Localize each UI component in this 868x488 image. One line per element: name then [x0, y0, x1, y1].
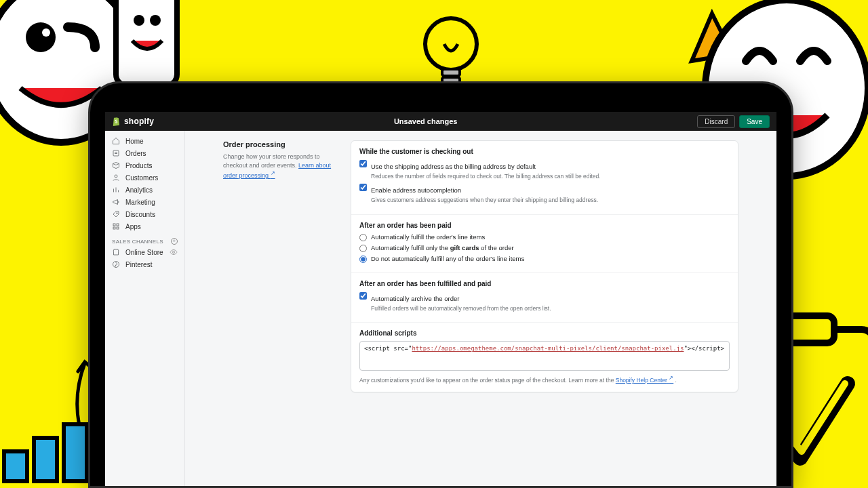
paid-label-giftcards: Automatically fulfill only the gift card… [371, 244, 514, 251]
after-fulfilled-title: After an order has been fulfilled and pa… [359, 280, 730, 287]
topbar: shopify Unsaved changes Discard Save [105, 112, 776, 131]
checkout-section-title: While the customer is checking out [359, 148, 730, 155]
section-intro: Order processing Change how your store r… [223, 140, 338, 392]
archive-checkbox[interactable] [359, 292, 367, 300]
svg-rect-18 [113, 150, 119, 156]
nav-label: Home [125, 138, 144, 145]
paid-label-none: Do not automatically fulfill any of the … [371, 255, 524, 262]
svg-rect-23 [113, 227, 115, 229]
home-icon [112, 137, 120, 145]
archive-sub: Fulfilled orders will be automatically r… [371, 305, 551, 312]
pinterest-icon [112, 260, 120, 268]
svg-point-4 [134, 15, 144, 26]
discard-button[interactable]: Discard [697, 115, 735, 128]
after-paid-title: After an order has been paid [359, 222, 730, 229]
nav-label: Discounts [125, 211, 155, 218]
use-shipping-sub: Reduces the number of fields required to… [371, 173, 601, 180]
svg-point-26 [113, 262, 119, 268]
sidebar: Home Orders Products Customers Analytics… [105, 131, 185, 486]
svg-rect-13 [64, 424, 87, 481]
nav-orders[interactable]: Orders [105, 147, 184, 159]
main-content: Order processing Change how your store r… [185, 131, 776, 486]
svg-point-20 [117, 213, 118, 214]
svg-rect-11 [4, 451, 27, 481]
laptop-frame: shopify Unsaved changes Discard Save Hom… [88, 81, 793, 488]
paid-radio-none[interactable] [359, 256, 367, 263]
section-label-text: SALES CHANNELS [112, 239, 163, 245]
nav-label: Products [125, 162, 152, 169]
shopify-logo-icon [112, 117, 121, 126]
nav-products[interactable]: Products [105, 159, 184, 171]
nav-label: Orders [125, 150, 146, 157]
nav-customers[interactable]: Customers [105, 171, 184, 184]
brand-name: shopify [124, 117, 154, 126]
svg-point-2 [42, 28, 50, 37]
svg-point-19 [115, 175, 117, 178]
svg-point-25 [173, 251, 175, 253]
nav-label: Apps [125, 223, 141, 230]
svg-rect-8 [442, 69, 460, 76]
add-channel-icon[interactable]: + [171, 238, 178, 245]
order-processing-card: While the customer is checking out Use t… [351, 140, 738, 392]
nav-label: Online Store [125, 249, 163, 256]
nav-label: Marketing [125, 199, 155, 206]
save-button[interactable]: Save [739, 115, 770, 128]
help-center-link[interactable]: Shopify Help Center ↗ [616, 377, 673, 384]
laptop-notch [393, 83, 488, 94]
nav-apps[interactable]: Apps [105, 220, 184, 232]
scripts-helper: Any customizations you'd like to appear … [359, 375, 730, 384]
customers-icon [112, 174, 120, 182]
paid-label-auto-all: Automatically fulfill the order's line i… [371, 233, 485, 241]
additional-scripts-section: Additional scripts <script src="https://… [351, 323, 738, 391]
paid-radio-auto-all[interactable] [359, 234, 367, 241]
use-shipping-checkbox[interactable] [359, 160, 367, 167]
svg-point-5 [150, 15, 161, 26]
products-icon [112, 161, 120, 169]
checkout-section: While the customer is checking out Use t… [351, 141, 738, 215]
nav-label: Analytics [125, 186, 153, 194]
svg-point-1 [26, 22, 56, 52]
app-screen: shopify Unsaved changes Discard Save Hom… [105, 112, 776, 486]
svg-point-7 [425, 18, 477, 70]
autocomplete-checkbox[interactable] [359, 184, 367, 191]
nav-label: Pinterest [125, 261, 152, 268]
autocomplete-label: Enable address autocompletion [371, 186, 461, 194]
analytics-icon [112, 186, 120, 194]
autocomplete-sub: Gives customers address suggestions when… [371, 197, 598, 204]
svg-rect-12 [34, 438, 57, 481]
after-paid-section: After an order has been paid Automatical… [351, 215, 738, 273]
section-title: Order processing [223, 140, 338, 148]
brand-logo[interactable]: shopify [112, 117, 154, 126]
apps-icon [112, 222, 120, 230]
marketing-icon [112, 198, 120, 206]
svg-rect-24 [117, 227, 119, 229]
nav-discounts[interactable]: Discounts [105, 208, 184, 220]
external-icon: ↗ [669, 375, 673, 381]
nav-home[interactable]: Home [105, 135, 184, 147]
view-store-icon[interactable] [170, 248, 178, 256]
discounts-icon [112, 210, 120, 218]
sales-channels-header: SALES CHANNELS + [105, 232, 184, 246]
svg-rect-21 [113, 224, 115, 226]
nav-analytics[interactable]: Analytics [105, 184, 184, 196]
section-description: Change how your store responds to checko… [223, 152, 338, 180]
online-store-icon [112, 248, 120, 256]
nav-online-store[interactable]: Online Store [105, 246, 184, 258]
scripts-title: Additional scripts [359, 329, 730, 337]
archive-label: Automatically archive the order [371, 295, 459, 302]
nav-pinterest[interactable]: Pinterest [105, 258, 184, 270]
use-shipping-label: Use the shipping address as the billing … [371, 163, 536, 170]
nav-marketing[interactable]: Marketing [105, 196, 184, 208]
paid-radio-giftcards[interactable] [359, 245, 367, 252]
orders-icon [112, 149, 120, 157]
nav-label: Customers [125, 174, 158, 182]
external-icon: ↗ [271, 170, 275, 176]
svg-rect-22 [117, 224, 119, 226]
after-fulfilled-section: After an order has been fulfilled and pa… [351, 273, 738, 323]
additional-scripts-input[interactable]: <script src="https://apps.omegatheme.com… [359, 341, 730, 371]
unsaved-changes-label: Unsaved changes [154, 117, 697, 125]
